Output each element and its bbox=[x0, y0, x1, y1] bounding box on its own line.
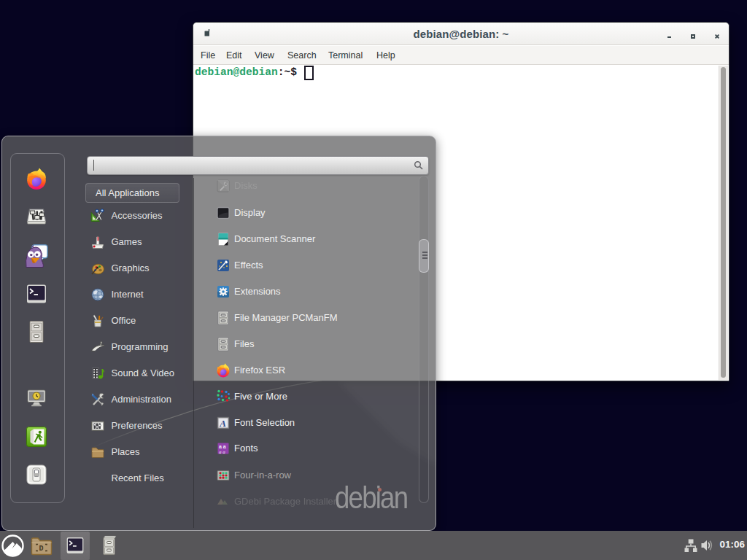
svg-text:a a: a a bbox=[219, 444, 226, 449]
svg-text:A: A bbox=[219, 418, 226, 429]
svg-text:D: D bbox=[39, 545, 44, 553]
svg-text:a a: a a bbox=[219, 449, 225, 455]
